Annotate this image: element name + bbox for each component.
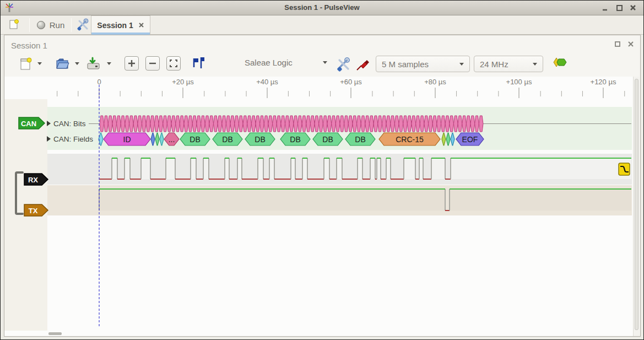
- can-bit-annotation[interactable]: [184, 116, 188, 132]
- can-bit-annotation[interactable]: [374, 116, 378, 132]
- can-bit-annotation[interactable]: [294, 116, 298, 132]
- can-bit-annotation[interactable]: [205, 116, 209, 132]
- device-select[interactable]: Saleae Logic: [245, 58, 327, 67]
- can-bit-annotation[interactable]: [260, 116, 264, 132]
- can-bit-annotation[interactable]: [197, 116, 201, 132]
- can-bit-annotation[interactable]: [104, 116, 109, 132]
- tab-close-icon[interactable]: [138, 20, 144, 30]
- can-bit-annotation[interactable]: [180, 116, 184, 132]
- can-bit-annotation[interactable]: [112, 116, 117, 132]
- show-cursors-button[interactable]: [190, 56, 205, 73]
- open-file-button[interactable]: [55, 56, 71, 74]
- can-bit-annotation[interactable]: [432, 116, 437, 132]
- can-bit-annotation[interactable]: [154, 116, 159, 132]
- can-bit-annotation[interactable]: [479, 116, 483, 132]
- can-bit-annotation[interactable]: [332, 116, 336, 132]
- sample-rate-select[interactable]: 24 MHz: [474, 56, 543, 72]
- can-bit-annotation[interactable]: [201, 116, 205, 132]
- can-bit-annotation[interactable]: [407, 116, 412, 132]
- can-bit-annotation[interactable]: [340, 116, 344, 132]
- can-bit-annotation[interactable]: [218, 116, 222, 132]
- settings-button[interactable]: [74, 17, 91, 33]
- can-bit-annotation[interactable]: [129, 116, 134, 132]
- can-bit-annotation[interactable]: [458, 116, 462, 132]
- can-bit-annotation[interactable]: [150, 116, 155, 132]
- can-bit-annotation[interactable]: [306, 116, 311, 132]
- can-bit-annotation[interactable]: [315, 116, 319, 132]
- can-bit-annotation[interactable]: [214, 116, 218, 132]
- close-button[interactable]: [629, 4, 638, 13]
- can-bit-annotation[interactable]: [450, 116, 454, 132]
- can-bit-annotation[interactable]: [319, 116, 323, 132]
- open-file-dropdown[interactable]: [75, 62, 79, 65]
- trace-view[interactable]: 0+20 µs+40 µs+60 µs+80 µs+100 µs+120 µsI…: [4, 77, 633, 336]
- can-bit-annotation[interactable]: [277, 116, 281, 132]
- can-bit-annotation[interactable]: [348, 116, 353, 132]
- new-file-dropdown[interactable]: [37, 62, 42, 65]
- can-bit-annotation[interactable]: [192, 116, 197, 132]
- can-bit-annotation[interactable]: [416, 116, 420, 132]
- can-bit-annotation[interactable]: [424, 116, 429, 132]
- horizontal-scrollbar-thumb[interactable]: [48, 332, 62, 335]
- can-bit-annotation[interactable]: [327, 116, 332, 132]
- can-bit-annotation[interactable]: [146, 116, 150, 132]
- can-bit-annotation[interactable]: [243, 116, 247, 132]
- can-bit-annotation[interactable]: [394, 116, 399, 132]
- tab-session-1[interactable]: Session 1: [91, 15, 150, 35]
- can-bit-annotation[interactable]: [230, 116, 235, 132]
- can-bit-annotation[interactable]: [121, 116, 125, 132]
- new-session-button[interactable]: [4, 17, 24, 33]
- can-bit-annotation[interactable]: [133, 116, 138, 132]
- run-button[interactable]: Run: [34, 17, 68, 33]
- can-bit-annotation[interactable]: [466, 116, 470, 132]
- can-bit-annotation[interactable]: [256, 116, 260, 132]
- sample-count-select[interactable]: 5 M samples: [376, 56, 470, 72]
- can-bit-annotation[interactable]: [420, 116, 424, 132]
- can-bit-annotation[interactable]: [176, 116, 180, 132]
- new-file-button[interactable]: [19, 56, 33, 74]
- can-bit-annotation[interactable]: [335, 116, 340, 132]
- can-bit-annotation[interactable]: [235, 116, 239, 132]
- can-bit-annotation[interactable]: [108, 116, 112, 132]
- can-bit-annotation[interactable]: [462, 116, 467, 132]
- can-bit-annotation[interactable]: [171, 116, 176, 132]
- can-bit-annotation[interactable]: [268, 116, 273, 132]
- vertical-scrollbar-thumb[interactable]: [635, 79, 638, 330]
- dock-float-button[interactable]: [614, 40, 623, 49]
- can-bit-annotation[interactable]: [323, 116, 327, 132]
- can-bit-annotation[interactable]: [281, 116, 285, 132]
- can-bit-annotation[interactable]: [209, 116, 214, 132]
- can-bit-annotation[interactable]: [378, 116, 382, 132]
- can-bit-annotation[interactable]: [159, 116, 163, 132]
- can-bit-annotation[interactable]: [441, 116, 446, 132]
- can-bit-annotation[interactable]: [273, 116, 277, 132]
- can-bit-annotation[interactable]: [138, 116, 142, 132]
- vertical-scrollbar[interactable]: [633, 77, 640, 336]
- can-bit-annotation[interactable]: [369, 116, 374, 132]
- device-settings-button[interactable]: [335, 56, 351, 74]
- can-bit-annotation[interactable]: [453, 116, 458, 132]
- can-bit-annotation[interactable]: [365, 116, 370, 132]
- can-bit-annotation[interactable]: [445, 116, 450, 132]
- can-bit-annotation[interactable]: [353, 116, 357, 132]
- minimize-button[interactable]: [601, 4, 610, 13]
- can-bit-annotation[interactable]: [357, 116, 361, 132]
- can-bit-annotation[interactable]: [251, 116, 256, 132]
- can-bit-annotation[interactable]: [125, 116, 129, 132]
- can-bit-annotation[interactable]: [344, 116, 349, 132]
- can-bit-annotation[interactable]: [100, 116, 104, 132]
- can-bit-annotation[interactable]: [403, 116, 408, 132]
- can-bit-annotation[interactable]: [247, 116, 252, 132]
- zoom-fit-button[interactable]: [166, 56, 181, 71]
- can-bit-annotation[interactable]: [302, 116, 306, 132]
- channels-button[interactable]: [355, 56, 371, 74]
- save-file-dropdown[interactable]: [107, 62, 111, 65]
- can-bit-annotation[interactable]: [226, 116, 230, 132]
- can-bit-annotation[interactable]: [399, 116, 403, 132]
- can-bit-annotation[interactable]: [437, 116, 441, 132]
- can-bit-annotation[interactable]: [297, 116, 302, 132]
- zoom-out-button[interactable]: [145, 56, 160, 71]
- dock-close-button[interactable]: [627, 40, 636, 49]
- can-bit-annotation[interactable]: [386, 116, 391, 132]
- can-bit-annotation[interactable]: [285, 116, 290, 132]
